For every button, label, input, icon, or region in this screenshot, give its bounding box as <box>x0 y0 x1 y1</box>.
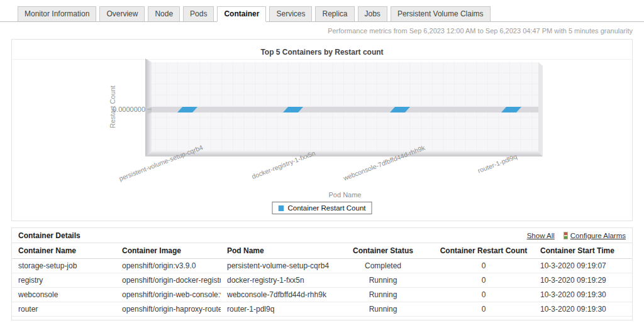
cell-start-time: 10-3-2020 09:19:30 <box>534 302 632 317</box>
container-details-panel: Container Details Show All Configure Ala… <box>11 227 633 320</box>
zero-band <box>152 107 538 112</box>
tab-container[interactable]: Container <box>217 6 266 22</box>
col-container-image: Container Image <box>116 243 221 259</box>
cell-container-status: Running <box>333 288 433 302</box>
chart-floor <box>145 151 543 156</box>
table-row: router openshift/origin-haproxy-router:v… <box>12 302 632 317</box>
cell-container-name: storage-setup-job <box>12 259 116 273</box>
configure-alarms-link[interactable]: Configure Alarms <box>564 232 626 239</box>
cell-container-status: Running <box>333 273 433 288</box>
tab-persistent-volume-claims[interactable]: Persistent Volume Claims <box>391 6 491 22</box>
table-header-row: Container Name Container Image Pod Name … <box>12 243 632 259</box>
legend-swatch-icon <box>278 205 284 211</box>
cell-container-image: openshift/origin-web-console:v3.9.0 <box>116 288 221 302</box>
col-container-status: Container Status <box>333 243 433 259</box>
tab-jobs[interactable]: Jobs <box>358 6 387 22</box>
x-axis-title: Pod Name <box>152 191 538 199</box>
col-pod-name: Pod Name <box>221 243 333 259</box>
cell-start-time: 10-3-2020 09:19:30 <box>534 288 632 302</box>
tab-monitor-information[interactable]: Monitor Information <box>18 6 96 22</box>
legend-label: Container Restart Count <box>287 204 365 212</box>
alarm-traffic-light-icon <box>564 232 568 239</box>
cell-restart-count: 0 <box>433 302 534 317</box>
col-container-name: Container Name <box>12 243 116 259</box>
tab-services[interactable]: Services <box>269 6 312 22</box>
performance-metrics-info: Performance metrics from Sep 6,2023 12:0… <box>0 27 633 35</box>
table-row: storage-setup-job openshift/origin:v3.9.… <box>12 259 632 273</box>
cell-pod-name: docker-registry-1-fxx5n <box>221 273 333 288</box>
tab-replica[interactable]: Replica <box>315 6 354 22</box>
tab-node[interactable]: Node <box>148 6 180 22</box>
cell-start-time: 10-3-2020 09:19:29 <box>534 273 632 288</box>
tab-bar: Monitor Information Overview Node Pods C… <box>0 6 644 22</box>
table-row: webconsole openshift/origin-web-console:… <box>12 288 632 302</box>
cell-container-name: registry <box>12 273 116 288</box>
table-links: Show All Configure Alarms <box>527 232 626 239</box>
col-container-start-time: Container Start Time <box>534 243 632 259</box>
cell-start-time: 10-3-2020 09:19:07 <box>534 259 632 273</box>
cell-pod-name: persistent-volume-setup-cqrb4 <box>221 259 333 273</box>
cell-pod-name: webconsole-7dfbffd44d-rhh9k <box>221 288 333 302</box>
show-all-link[interactable]: Show All <box>527 232 555 239</box>
cell-restart-count: 0 <box>433 259 534 273</box>
tab-overview[interactable]: Overview <box>99 6 145 22</box>
configure-alarms-label: Configure Alarms <box>570 232 626 239</box>
cell-container-status: Running <box>333 302 433 317</box>
cell-restart-count: 0 <box>433 288 534 302</box>
cell-restart-count: 0 <box>433 273 534 288</box>
cell-container-image: openshift/origin:v3.9.0 <box>116 259 221 273</box>
cell-container-image: openshift/origin-haproxy-router:v3.9.0 <box>116 302 221 317</box>
restart-count-chart-panel: Top 5 Containers by Restart count <box>11 39 633 221</box>
chart-legend[interactable]: Container Restart Count <box>272 202 372 214</box>
container-details-header: Container Details Show All Configure Ala… <box>12 228 632 243</box>
container-details-title: Container Details <box>18 231 80 240</box>
y-axis-tick-label: 0.0000000 <box>106 106 145 113</box>
tab-pods[interactable]: Pods <box>183 6 214 22</box>
cell-container-name: router <box>12 302 116 317</box>
cell-pod-name: router-1-pdl9q <box>221 302 333 317</box>
col-container-restart-count: Container Restart Count <box>433 243 534 259</box>
cell-container-image: openshift/origin-docker-registry:v3.9.0 <box>116 273 221 288</box>
cell-container-name: webconsole <box>12 288 116 302</box>
container-details-table: Container Name Container Image Pod Name … <box>12 243 632 317</box>
chart-right-wall <box>538 62 543 156</box>
cell-container-status: Completed <box>333 259 433 273</box>
table-row: registry openshift/origin-docker-registr… <box>12 273 632 288</box>
